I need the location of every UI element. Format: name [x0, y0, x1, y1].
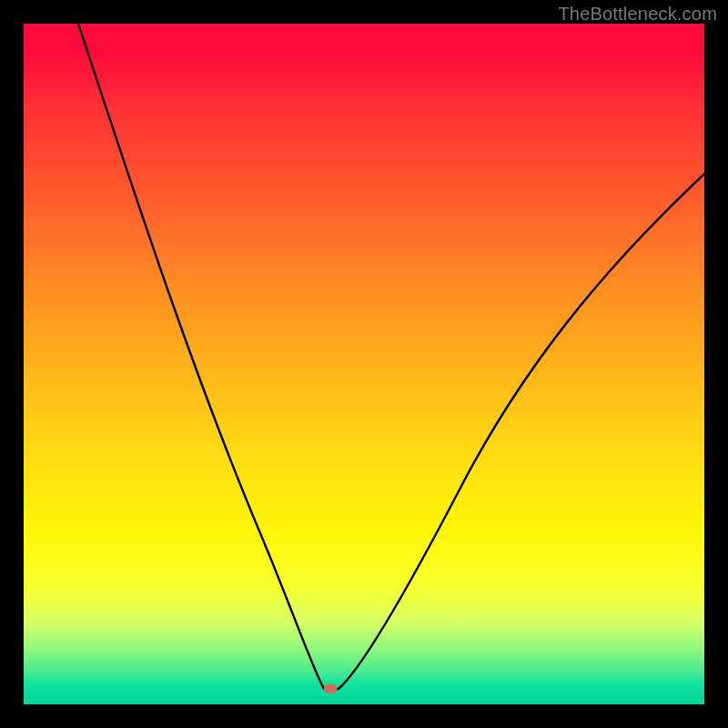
- bottleneck-curve: [24, 24, 704, 704]
- watermark-text: TheBottleneck.com: [558, 4, 717, 25]
- curve-path: [78, 24, 704, 689]
- chart-frame: TheBottleneck.com: [0, 0, 728, 728]
- curve-minimum-marker: [324, 684, 338, 693]
- plot-area: [24, 24, 704, 704]
